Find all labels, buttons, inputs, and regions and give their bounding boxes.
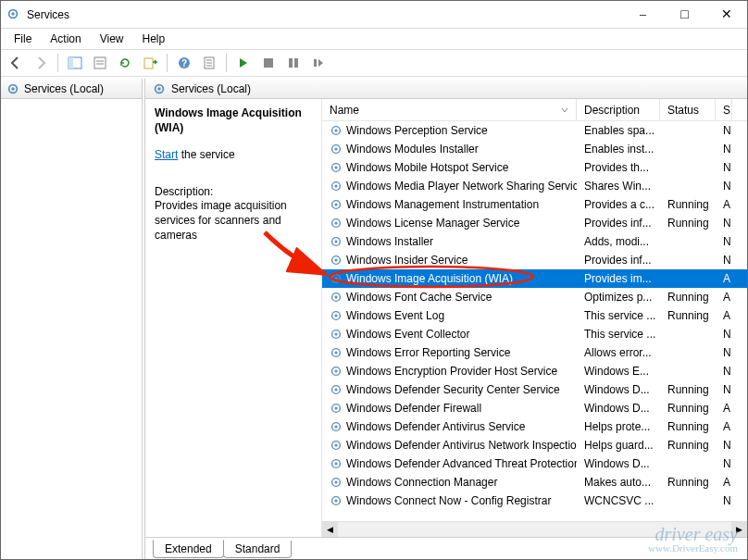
service-list: Name Description Status S Windows Percep… — [321, 99, 747, 537]
service-desc: Windows E... — [577, 365, 660, 378]
service-name: Windows Mobile Hotspot Service — [346, 161, 508, 174]
svg-point-57 — [334, 443, 337, 446]
service-row[interactable]: Windows Mobile Hotspot ServiceProvides t… — [322, 158, 747, 177]
service-row[interactable]: Windows Defender FirewallWindows D...Run… — [322, 399, 747, 417]
service-name: Windows Connect Now - Config Registrar — [346, 494, 551, 507]
menu-help[interactable]: Help — [135, 31, 173, 47]
service-name: Windows Insider Service — [346, 254, 468, 267]
svg-rect-7 — [144, 58, 153, 68]
service-status: Running — [660, 217, 716, 230]
content-header: Services (Local) — [145, 79, 747, 99]
service-startup: A — [716, 291, 732, 304]
help-button[interactable]: ? — [173, 52, 195, 74]
svg-point-53 — [334, 406, 337, 409]
scroll-left-button[interactable]: ◀ — [322, 522, 338, 538]
menu-view[interactable]: View — [93, 31, 131, 47]
col-name[interactable]: Name — [322, 99, 577, 120]
service-status: Running — [660, 291, 716, 304]
service-desc: Optimizes p... — [577, 291, 660, 304]
service-status: Running — [660, 198, 716, 211]
service-desc: This service ... — [577, 328, 660, 341]
service-row[interactable]: Windows Error Reporting ServiceAllows er… — [322, 343, 747, 362]
svg-point-63 — [334, 499, 337, 502]
service-row[interactable]: Windows Font Cache ServiceOptimizes p...… — [322, 288, 747, 306]
service-startup: N — [716, 180, 732, 193]
properties-button[interactable] — [89, 52, 111, 74]
svg-point-23 — [334, 129, 337, 131]
window-title: Services — [27, 8, 622, 21]
service-row[interactable]: Windows Event LogThis service ...Running… — [322, 306, 747, 325]
export-button[interactable] — [139, 52, 161, 74]
forward-button[interactable] — [30, 52, 52, 74]
service-desc: Shares Win... — [577, 180, 660, 193]
service-row[interactable]: Windows Defender Advanced Threat Protect… — [322, 454, 747, 473]
svg-point-39 — [334, 277, 337, 280]
service-status: Running — [660, 309, 716, 322]
service-desc: Provides im... — [577, 272, 660, 285]
menu-bar: File Action View Help — [1, 29, 747, 49]
svg-point-21 — [157, 87, 161, 91]
service-desc: Enables spa... — [577, 124, 660, 137]
svg-point-27 — [334, 166, 337, 168]
properties-sheet-button[interactable] — [198, 52, 220, 74]
pause-service-button[interactable] — [282, 52, 305, 74]
back-button[interactable] — [5, 52, 27, 74]
service-row[interactable]: Windows Image Acquisition (WIA)Provides … — [322, 269, 747, 288]
tree-root[interactable]: Services (Local) — [1, 79, 142, 99]
svg-point-61 — [334, 480, 337, 483]
service-row[interactable]: Windows InstallerAdds, modi...N — [322, 232, 747, 251]
service-row[interactable]: Windows Connection ManagerMakes auto...R… — [322, 473, 747, 492]
svg-point-41 — [334, 295, 337, 298]
service-row[interactable]: Windows Perception ServiceEnables spa...… — [322, 121, 747, 140]
start-service-link[interactable]: Start — [155, 148, 178, 161]
service-row[interactable]: Windows Management InstrumentationProvid… — [322, 195, 747, 214]
service-row[interactable]: Windows Defender Security Center Service… — [322, 380, 747, 399]
service-startup: N — [716, 124, 732, 137]
tab-extended[interactable]: Extended — [153, 540, 224, 558]
service-desc: Windows D... — [577, 383, 660, 396]
tab-standard[interactable]: Standard — [223, 541, 293, 558]
service-row[interactable]: Windows Defender Antivirus Network Inspe… — [322, 436, 747, 454]
service-row[interactable]: Windows Connect Now - Config RegistrarWC… — [322, 492, 747, 510]
svg-point-59 — [334, 462, 337, 465]
service-startup: N — [716, 217, 732, 230]
service-row[interactable]: Windows Media Player Network Sharing Ser… — [322, 177, 747, 195]
column-headers: Name Description Status S — [322, 99, 747, 121]
svg-point-45 — [334, 332, 337, 335]
show-hide-tree-button[interactable] — [64, 52, 86, 74]
service-row[interactable]: Windows Event CollectorThis service ...N — [322, 325, 747, 343]
service-name: Windows Defender Advanced Threat Protect… — [346, 457, 577, 470]
service-name: Windows Perception Service — [346, 124, 488, 137]
service-startup: N — [716, 346, 732, 359]
service-name: Windows Event Log — [346, 309, 444, 322]
close-button[interactable]: ✕ — [705, 1, 747, 28]
minimize-button[interactable]: – — [622, 1, 664, 28]
service-desc: Allows error... — [577, 346, 660, 359]
svg-point-47 — [334, 351, 337, 354]
service-desc: Provides a c... — [577, 198, 660, 211]
restart-service-button[interactable] — [307, 52, 330, 74]
menu-file[interactable]: File — [6, 31, 39, 47]
col-startup[interactable]: S — [716, 99, 732, 120]
col-description[interactable]: Description — [577, 99, 660, 120]
toolbar: ? — [1, 49, 747, 77]
start-service-button[interactable] — [232, 52, 255, 74]
service-startup: N — [716, 328, 732, 341]
refresh-button[interactable] — [114, 52, 136, 74]
service-row[interactable]: Windows Modules InstallerEnables inst...… — [322, 140, 747, 158]
service-row[interactable]: Windows Defender Antivirus ServiceHelps … — [322, 417, 747, 436]
service-desc: This service ... — [577, 309, 660, 322]
service-row[interactable]: Windows License Manager ServiceProvides … — [322, 214, 747, 232]
service-status: Running — [660, 420, 716, 433]
menu-action[interactable]: Action — [43, 31, 88, 47]
svg-point-33 — [334, 221, 337, 224]
service-name: Windows Defender Security Center Service — [346, 383, 560, 396]
service-desc: Helps guard... — [577, 439, 660, 452]
svg-point-55 — [334, 425, 337, 428]
col-status[interactable]: Status — [660, 99, 716, 120]
maximize-button[interactable]: □ — [664, 1, 705, 28]
stop-service-button[interactable] — [257, 52, 280, 74]
service-startup: N — [716, 457, 732, 470]
service-row[interactable]: Windows Encryption Provider Host Service… — [322, 362, 747, 380]
service-row[interactable]: Windows Insider ServiceProvides inf...N — [322, 251, 747, 269]
